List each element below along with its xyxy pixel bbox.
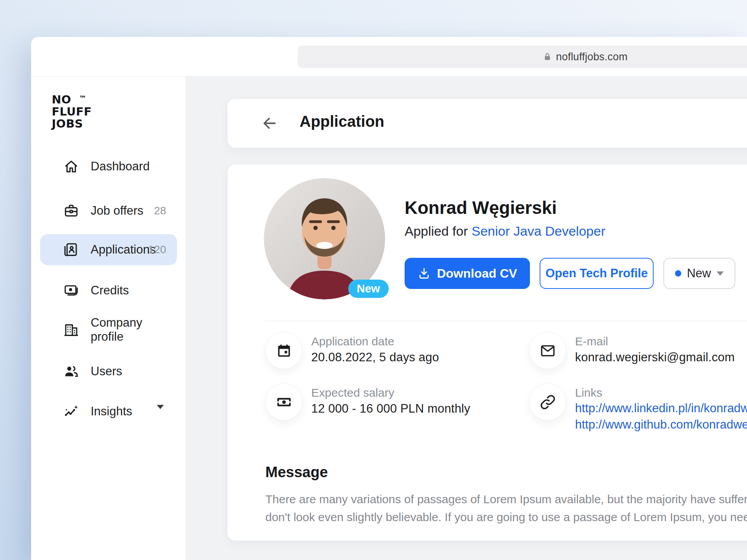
sidebar-item-label: Company profile bbox=[91, 316, 177, 344]
sidebar-item-dashboard[interactable]: Dashboard bbox=[40, 151, 177, 182]
job-offer-link[interactable]: Senior Java Developer bbox=[472, 224, 605, 238]
people-icon bbox=[63, 364, 79, 379]
sidebar-item-credits[interactable]: Credits bbox=[40, 275, 177, 306]
avatar-status-badge: New bbox=[348, 280, 389, 298]
job-offers-count-badge: 28 bbox=[154, 205, 166, 217]
status-dot-icon bbox=[675, 270, 681, 276]
status-value: New bbox=[687, 266, 711, 280]
applicant-card: New Konrad Węgierski Applied for Senior … bbox=[228, 164, 747, 541]
detail-label: E-mail bbox=[575, 334, 735, 348]
envelope-icon bbox=[529, 332, 566, 369]
action-buttons: Download CV Open Tech Profile New bbox=[405, 258, 735, 289]
detail-label: Links bbox=[575, 386, 747, 400]
banknote-icon bbox=[265, 383, 302, 420]
expected-salary-row: Expected salary 12 000 - 16 000 PLN mont… bbox=[265, 383, 470, 420]
message-section-title: Message bbox=[265, 464, 328, 481]
detail-value: 20.08.2022, 5 days ago bbox=[311, 350, 439, 364]
building-icon bbox=[63, 322, 79, 338]
briefcase-icon bbox=[63, 203, 79, 219]
sidebar-item-users[interactable]: Users bbox=[40, 356, 177, 387]
download-icon bbox=[417, 267, 431, 280]
trademark-symbol: ™ bbox=[79, 94, 87, 103]
applications-count-badge: 120 bbox=[148, 243, 166, 256]
chevron-down-icon bbox=[717, 271, 724, 276]
browser-window: nofluffjobs.com NO™ FLUFF JOBS Dashboard bbox=[31, 37, 747, 560]
applicant-name: Konrad Węgierski bbox=[405, 197, 557, 218]
sidebar-item-label: Job offers bbox=[91, 204, 144, 218]
email-row: E-mail konrad.wegierski@gmail.com bbox=[529, 332, 735, 369]
sidebar-item-label: Applications bbox=[91, 243, 156, 257]
links-row: Links http://www.linkedin.pl/in/konradwe… bbox=[529, 383, 747, 432]
lock-icon bbox=[543, 52, 552, 62]
browser-toolbar: nofluffjobs.com bbox=[31, 37, 747, 77]
home-icon bbox=[63, 159, 79, 174]
address-bar[interactable]: nofluffjobs.com bbox=[298, 46, 747, 68]
sidebar-item-applications[interactable]: Applications 120 bbox=[40, 234, 177, 265]
application-card-icon bbox=[63, 242, 79, 257]
section-divider bbox=[265, 321, 747, 321]
detail-label: Expected salary bbox=[311, 386, 470, 400]
sidebar-item-insights[interactable]: Insights bbox=[40, 396, 177, 427]
page-title: Application bbox=[300, 113, 384, 130]
url-text: nofluffjobs.com bbox=[556, 51, 628, 63]
sidebar-item-job-offers[interactable]: Job offers 28 bbox=[40, 195, 177, 226]
github-link[interactable]: http://www.github.com/konradwegierski bbox=[575, 417, 747, 432]
desktop-background: nofluffjobs.com NO™ FLUFF JOBS Dashboard bbox=[0, 0, 747, 560]
open-tech-profile-button[interactable]: Open Tech Profile bbox=[540, 258, 654, 289]
application-date-row: Application date 20.08.2022, 5 days ago bbox=[265, 332, 439, 369]
sidebar: NO™ FLUFF JOBS Dashboard bbox=[31, 77, 186, 560]
sidebar-item-label: Credits bbox=[91, 284, 129, 298]
sidebar-item-company-profile[interactable]: Company profile bbox=[40, 314, 177, 345]
applicant-email: konrad.wegierski@gmail.com bbox=[575, 350, 735, 364]
banknote-icon bbox=[63, 283, 79, 298]
detail-label: Application date bbox=[311, 334, 439, 348]
chevron-down-icon[interactable] bbox=[157, 409, 164, 416]
calendar-icon bbox=[265, 332, 302, 369]
nofluffjobs-logo[interactable]: NO™ FLUFF JOBS bbox=[52, 94, 92, 130]
address-bar-content: nofluffjobs.com bbox=[543, 46, 628, 68]
message-body: There are many variations of passages of… bbox=[265, 490, 747, 526]
download-cv-button[interactable]: Download CV bbox=[405, 258, 530, 289]
trend-sparkline-icon bbox=[63, 404, 79, 419]
linkedin-link[interactable]: http://www.linkedin.pl/in/konradwegiersk… bbox=[575, 401, 747, 416]
sidebar-item-label: Users bbox=[91, 364, 122, 378]
main-content: Application bbox=[186, 77, 747, 560]
status-dropdown[interactable]: New bbox=[663, 258, 735, 289]
link-icon bbox=[529, 383, 566, 420]
page-header-card: Application bbox=[228, 99, 747, 148]
back-arrow-button[interactable] bbox=[258, 112, 281, 135]
sidebar-item-label: Insights bbox=[91, 404, 132, 418]
sidebar-item-label: Dashboard bbox=[91, 159, 150, 173]
applied-for-line: Applied for Senior Java Developer bbox=[405, 224, 605, 239]
detail-value: 12 000 - 16 000 PLN monthly bbox=[311, 402, 470, 416]
